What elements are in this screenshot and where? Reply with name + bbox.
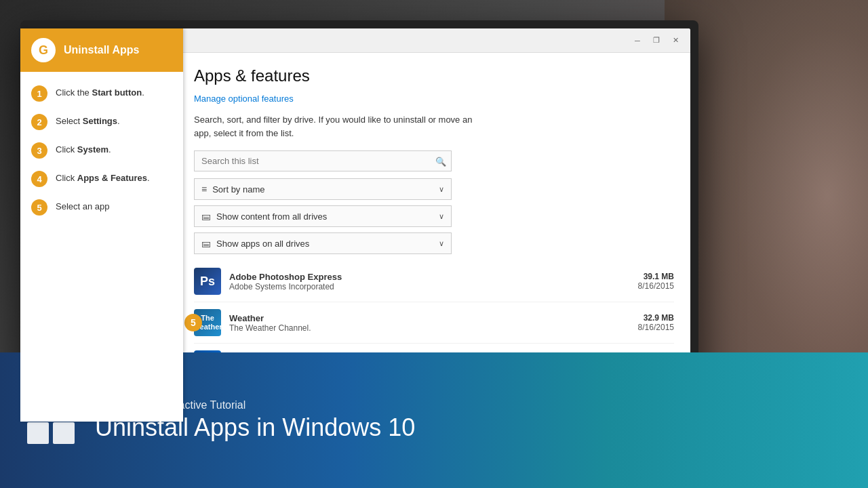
step5-badge: 5	[184, 314, 202, 331]
weather-app-publisher: The Weather Channel.	[229, 323, 630, 333]
photoshop-app-meta: 39.1 MB 8/16/2015	[638, 272, 674, 291]
win-tile-4	[53, 422, 75, 444]
step-text-1: Click the Start button.	[56, 85, 144, 99]
sort-chevron-icon: ∨	[439, 185, 444, 194]
window-controls: ─ ❐ ✕	[631, 34, 682, 47]
step-num-3: 3	[31, 142, 47, 159]
weather-app-meta: 32.9 MB 8/16/2015	[638, 313, 674, 332]
weather-app-name: Weather	[229, 313, 630, 323]
step-num-1: 1	[31, 85, 47, 102]
sort-label: Sort by name	[212, 184, 264, 195]
filter2-chevron-icon: ∨	[439, 239, 444, 248]
filter2-icon: 🖴	[201, 238, 211, 249]
sort-icon: ≡	[201, 184, 207, 195]
tutorial-header: G Uninstall Apps	[20, 28, 183, 72]
step-text-5: Select an app	[56, 199, 110, 213]
restore-button[interactable]: ❐	[650, 34, 663, 47]
step-num-5: 5	[31, 199, 47, 216]
step-3: 3 Click System.	[31, 142, 172, 159]
photoshop-app-icon: Ps	[194, 268, 221, 295]
step-4: 4 Click Apps & Features.	[31, 171, 172, 187]
step-num-2: 2	[31, 114, 47, 130]
panel-title: Apps & features	[194, 66, 674, 85]
app-item-weather[interactable]: 5 TheWeather Weather The Weather Channel…	[194, 302, 674, 344]
filter1-label: Show content from all drives	[216, 211, 327, 222]
filter2-dropdown[interactable]: 🖴 Show apps on all drives ∨	[194, 232, 452, 254]
apps-search-box: 🔍	[194, 150, 452, 171]
close-button[interactable]: ✕	[669, 34, 682, 47]
step-1: 1 Click the Start button.	[31, 85, 172, 102]
photoshop-app-date: 8/16/2015	[638, 281, 674, 291]
minimize-button[interactable]: ─	[631, 34, 644, 47]
apps-search-icon: 🔍	[435, 156, 446, 166]
weather-app-size: 32.9 MB	[638, 313, 674, 323]
step-text-4: Click Apps & Features.	[56, 171, 150, 184]
photoshop-app-size: 39.1 MB	[638, 272, 674, 281]
filter1-icon: 🖴	[201, 211, 211, 222]
app-item-photoshop[interactable]: Ps Adobe Photoshop Express Adobe Systems…	[194, 261, 674, 302]
step-text-2: Select Settings.	[56, 114, 120, 127]
tutorial-logo: G	[31, 38, 56, 62]
filter2-label: Show apps on all drives	[216, 239, 309, 249]
step-5: 5 Select an app	[31, 199, 172, 216]
step-text-3: Click System.	[56, 142, 111, 156]
weather-app-date: 8/16/2015	[638, 323, 674, 332]
tutorial-header-title: Uninstall Apps	[64, 44, 139, 56]
panel-description: Search, sort, and filter by drive. If yo…	[194, 113, 479, 140]
step-2: 2 Select Settings.	[31, 114, 172, 130]
win-tile-3	[27, 422, 49, 444]
sort-dropdown[interactable]: ≡ Sort by name ∨	[194, 178, 452, 200]
tutorial-panel: G Uninstall Apps 1 Click the Start butto…	[20, 28, 183, 422]
apps-search-input[interactable]	[194, 150, 452, 171]
filter1-chevron-icon: ∨	[439, 212, 444, 221]
photoshop-app-name: Adobe Photoshop Express	[229, 272, 630, 282]
photoshop-app-publisher: Adobe Systems Incorporated	[229, 282, 630, 291]
manage-optional-features-link[interactable]: Manage optional features	[194, 94, 294, 104]
filter1-dropdown[interactable]: 🖴 Show content from all drives ∨	[194, 205, 452, 227]
step-num-4: 4	[31, 171, 47, 187]
tutorial-steps: 1 Click the Start button. 2 Select Setti…	[20, 72, 183, 422]
